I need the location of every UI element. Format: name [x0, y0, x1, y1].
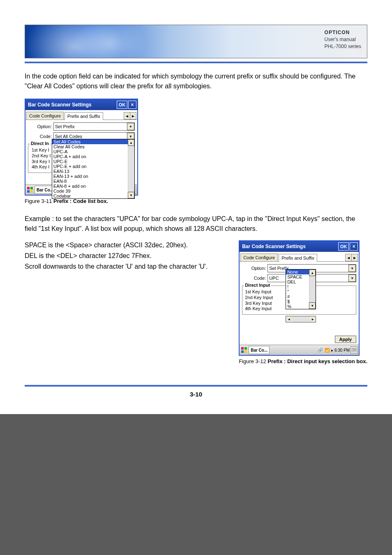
- screenshot-1: Bar Code Scanner Settings OK × Code Conf…: [25, 99, 138, 196]
- svg-rect-3: [30, 190, 33, 193]
- svg-rect-2: [27, 190, 30, 193]
- start-button[interactable]: [26, 186, 34, 193]
- code-value: Set All Codes: [54, 134, 127, 139]
- scroll-note: Scroll downwards to the character 'U' an…: [25, 262, 229, 272]
- code-label: Code:: [242, 276, 266, 281]
- example-paragraph: Example : to set the characters "UPCA" f…: [25, 214, 367, 234]
- list-item[interactable]: EAN-8 + add on: [52, 184, 128, 189]
- tab-scroll-right[interactable]: ►: [352, 254, 358, 261]
- list-item[interactable]: UPC-E: [52, 159, 128, 164]
- svg-rect-10: [244, 350, 247, 353]
- sip-button[interactable]: [350, 346, 358, 354]
- brand-line2: User's manual: [325, 37, 356, 42]
- taskbar-app[interactable]: Bar Co...: [249, 346, 270, 354]
- fig1-caption: Prefix : Code list box.: [53, 198, 108, 204]
- fig2-caption: Prefix : Direct input keys selection box…: [267, 358, 367, 364]
- scroll-down-icon[interactable]: ▼: [128, 192, 134, 198]
- svg-rect-8: [244, 347, 247, 350]
- group-direct-input: Direct In: [30, 141, 50, 146]
- svg-rect-9: [241, 350, 244, 353]
- option-label: Option:: [242, 266, 266, 271]
- scroll-down-icon[interactable]: ▼: [309, 302, 316, 309]
- window-title: Bar Code Scanner Settings: [28, 102, 117, 108]
- ok-button[interactable]: OK: [338, 242, 349, 251]
- tab-scroll-left[interactable]: ◄: [345, 254, 352, 261]
- list-item[interactable]: Set All Codes: [52, 139, 128, 144]
- scroll-left-icon[interactable]: ◄: [286, 316, 292, 322]
- scroll-right-icon[interactable]: ►: [310, 316, 316, 322]
- tab-prefix-suffix[interactable]: Prefix and Suffix: [279, 254, 317, 262]
- space-note: SPACE is the <Space> character (ASCII 32…: [25, 240, 229, 250]
- list-item[interactable]: UPC-A + add on: [52, 154, 128, 159]
- start-button[interactable]: [240, 346, 248, 354]
- list-item[interactable]: #: [286, 294, 309, 299]
- list-item[interactable]: $: [286, 299, 309, 304]
- footer-rule: [25, 385, 367, 387]
- option-value: Set Prefix: [54, 124, 127, 129]
- svg-rect-7: [241, 347, 244, 350]
- list-item[interactable]: ": [286, 289, 309, 294]
- option-combobox[interactable]: Set Prefix ▼: [53, 122, 135, 131]
- intro-paragraph: In the code option field can be indicate…: [25, 71, 367, 91]
- header-banner: OPTICON User's manual PHL-7000 series: [25, 25, 367, 58]
- tab-scroll-left[interactable]: ◄: [124, 112, 130, 120]
- taskbar-time: 6:30 PM: [334, 348, 350, 352]
- list-item[interactable]: Codabar: [52, 193, 128, 198]
- chevron-down-icon[interactable]: ▼: [348, 274, 356, 282]
- list-item[interactable]: Code 39: [52, 189, 128, 193]
- list-item[interactable]: None: [286, 269, 309, 274]
- list-item[interactable]: EAN-13: [52, 169, 128, 174]
- list-item[interactable]: Clear All Codes: [52, 144, 128, 149]
- close-button[interactable]: ×: [350, 242, 358, 251]
- scroll-up-icon[interactable]: ▲: [309, 269, 316, 276]
- fig2-caption-pre: Figure 3-12: [239, 358, 267, 364]
- ok-button[interactable]: OK: [117, 101, 127, 109]
- apply-button[interactable]: Apply: [335, 336, 357, 343]
- del-note: DEL is the <DEL> character 127dec 7Fhex.: [25, 251, 229, 261]
- code-label: Code:: [28, 134, 52, 139]
- list-item[interactable]: DEL: [286, 279, 309, 284]
- list-item[interactable]: UPC-A: [52, 149, 128, 154]
- svg-rect-0: [27, 187, 30, 189]
- list-item[interactable]: EAN-8: [52, 179, 128, 184]
- list-item[interactable]: UPC-E + add on: [52, 164, 128, 169]
- svg-rect-11: [352, 348, 357, 352]
- chevron-down-icon[interactable]: ▼: [127, 123, 134, 130]
- window-title: Bar Code Scanner Settings: [242, 244, 338, 249]
- tray-arrow-icon: ▸: [331, 348, 333, 352]
- header-underline: [25, 62, 367, 63]
- scrollbar-track[interactable]: [309, 276, 316, 302]
- tray-signal-icon[interactable]: 📶: [324, 347, 330, 353]
- screenshot-2: Bar Code Scanner Settings OK × Code Conf…: [239, 240, 360, 356]
- brand-line3: PHL-7000 series: [325, 44, 361, 49]
- list-item[interactable]: EAN-13 + add on: [52, 174, 128, 179]
- hscroll-track[interactable]: [292, 316, 310, 322]
- svg-rect-1: [30, 187, 33, 189]
- close-button[interactable]: ×: [128, 101, 136, 109]
- tab-code-configure[interactable]: Code Configure: [26, 112, 64, 120]
- tab-code-configure[interactable]: Code Configure: [240, 253, 278, 261]
- page-number: 3-10: [25, 391, 367, 398]
- tray-connect-icon[interactable]: 🔗: [317, 347, 323, 353]
- tab-scroll-right[interactable]: ►: [130, 112, 136, 120]
- list-item[interactable]: SPACE: [286, 274, 309, 279]
- tab-prefix-suffix[interactable]: Prefix and Suffix: [65, 112, 103, 120]
- list-item[interactable]: %: [286, 304, 309, 309]
- fig1-caption-pre: Figure 3-11: [25, 198, 53, 204]
- brand-name: OPTICON: [325, 30, 350, 35]
- scroll-up-icon[interactable]: ▲: [128, 139, 134, 146]
- option-label: Option:: [28, 124, 52, 129]
- list-item[interactable]: !: [286, 284, 309, 289]
- chevron-down-icon[interactable]: ▼: [348, 265, 356, 272]
- group-direct-input: Direct Input: [244, 283, 271, 288]
- scrollbar-track[interactable]: [128, 146, 134, 192]
